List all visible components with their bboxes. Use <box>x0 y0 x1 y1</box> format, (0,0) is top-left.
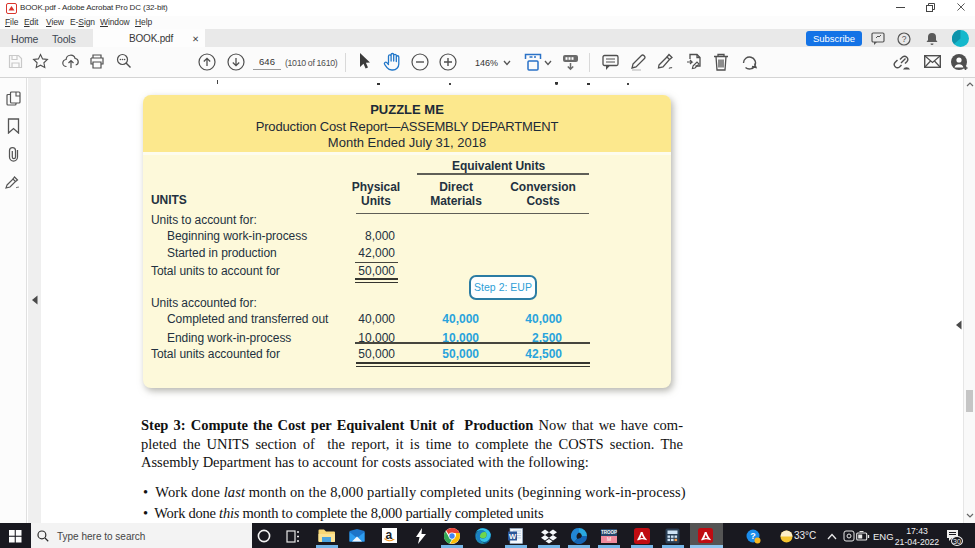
svg-text:W: W <box>509 532 517 541</box>
svg-text:?: ? <box>902 34 907 44</box>
